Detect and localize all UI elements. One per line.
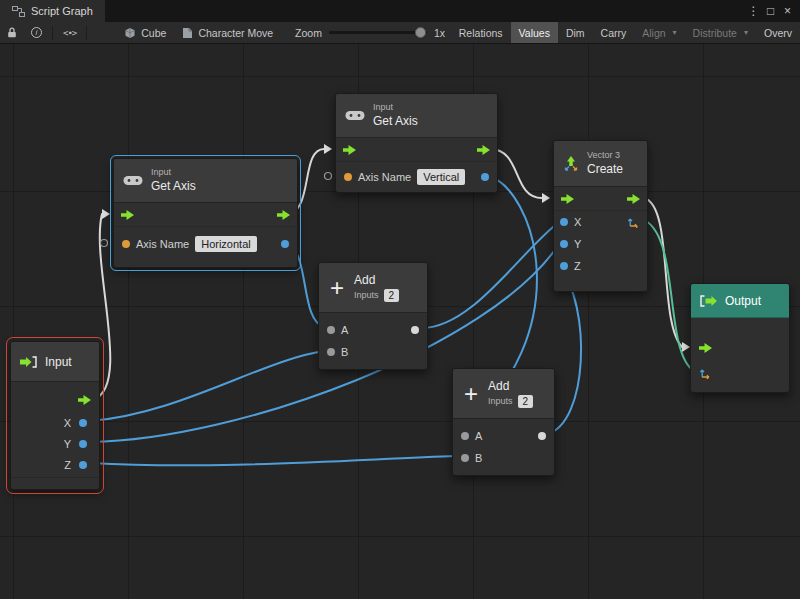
add-icon: + bbox=[328, 276, 346, 300]
zoom-control: Zoom 1x bbox=[295, 27, 445, 39]
node-header[interactable]: Input Get Axis bbox=[114, 159, 297, 203]
value-in-port-y[interactable] bbox=[560, 240, 568, 248]
port-label: B bbox=[475, 452, 482, 464]
inputs-count-field[interactable]: 2 bbox=[384, 289, 400, 303]
chevron-down-icon: ▾ bbox=[744, 28, 748, 37]
carry-button[interactable]: Carry bbox=[593, 22, 635, 44]
node-add-bottom[interactable]: + Add Inputs 2 A B bbox=[452, 368, 555, 476]
node-footer bbox=[453, 469, 554, 475]
node-get-axis-horizontal[interactable]: Input Get Axis Axis Name Horizontal bbox=[113, 158, 298, 268]
zoom-handle[interactable] bbox=[415, 27, 426, 38]
flow-out-port[interactable] bbox=[477, 145, 490, 155]
node-title: Add bbox=[488, 379, 533, 394]
node-header[interactable]: + Add Inputs 2 bbox=[453, 369, 554, 419]
cube-icon bbox=[124, 27, 136, 39]
flow-in-port[interactable] bbox=[121, 210, 134, 220]
port-label: Z bbox=[64, 459, 71, 471]
values-button[interactable]: Values bbox=[511, 22, 558, 44]
axis-name-field[interactable]: Vertical bbox=[417, 169, 465, 186]
script-graph-window: Script Graph ⋮ □ × i <∙> Cube bbox=[0, 0, 800, 599]
graph-asset-button[interactable]: Character Move bbox=[174, 22, 281, 44]
flow-out-port[interactable] bbox=[627, 194, 640, 204]
close-icon[interactable]: × bbox=[779, 2, 796, 20]
align-dropdown[interactable]: Align ▾ bbox=[634, 22, 684, 44]
value-out-port[interactable] bbox=[538, 432, 546, 440]
vector3-in-port[interactable] bbox=[699, 367, 711, 379]
distribute-dropdown[interactable]: Distribute ▾ bbox=[685, 22, 756, 44]
port-label: Z bbox=[574, 260, 581, 272]
value-in-port-x[interactable] bbox=[560, 218, 568, 226]
vector3-out-port[interactable] bbox=[627, 216, 639, 228]
node-header[interactable]: Input Get Axis bbox=[336, 94, 497, 138]
node-header[interactable]: Input bbox=[11, 342, 99, 382]
node-header[interactable]: Vector 3 Create bbox=[554, 141, 647, 187]
port-label: Y bbox=[574, 238, 581, 250]
port-label: A bbox=[341, 324, 348, 336]
node-title: Create bbox=[587, 162, 623, 177]
port-label: Y bbox=[64, 438, 71, 450]
zoom-label: Zoom bbox=[295, 27, 322, 39]
port-label: B bbox=[341, 346, 348, 358]
value-out-port-y[interactable] bbox=[79, 440, 87, 448]
value-out-port-z[interactable] bbox=[79, 461, 87, 469]
gamepad-icon bbox=[123, 174, 143, 187]
node-footer bbox=[691, 386, 789, 392]
value-out-port[interactable] bbox=[481, 173, 489, 181]
node-title: Output bbox=[725, 294, 761, 308]
chevron-down-icon: ▾ bbox=[673, 28, 677, 37]
zoom-slider[interactable] bbox=[329, 31, 427, 34]
value-in-port-b[interactable] bbox=[461, 454, 469, 462]
node-category: Input bbox=[151, 167, 196, 178]
string-in-port[interactable] bbox=[122, 240, 130, 248]
info-icon[interactable]: i bbox=[24, 22, 49, 44]
lock-icon[interactable] bbox=[0, 22, 24, 44]
node-title: Input bbox=[45, 355, 72, 369]
vector3-icon bbox=[563, 156, 579, 172]
node-footer bbox=[554, 277, 647, 291]
string-in-port[interactable] bbox=[344, 173, 352, 181]
code-icon[interactable]: <∙> bbox=[56, 22, 83, 44]
flow-out-port[interactable] bbox=[78, 395, 91, 405]
node-get-axis-vertical[interactable]: Input Get Axis Axis Name Vertical bbox=[335, 93, 498, 193]
value-in-port-a[interactable] bbox=[327, 326, 335, 334]
flow-out-port[interactable] bbox=[277, 210, 290, 220]
flow-in-port[interactable] bbox=[561, 194, 574, 204]
port-label: Axis Name bbox=[136, 238, 189, 250]
flow-in-port[interactable] bbox=[699, 343, 712, 353]
node-input[interactable]: Input X Y Z bbox=[10, 341, 100, 490]
inputs-count-field[interactable]: 2 bbox=[518, 395, 534, 409]
inputs-label: Inputs bbox=[354, 290, 379, 301]
input-icon bbox=[20, 356, 37, 368]
node-output[interactable]: Output bbox=[690, 283, 790, 393]
value-out-port-x[interactable] bbox=[79, 419, 87, 427]
spacer bbox=[691, 318, 789, 336]
gamepad-icon bbox=[345, 109, 365, 122]
overview-button[interactable]: Overv bbox=[756, 22, 800, 44]
tab-script-graph[interactable]: Script Graph bbox=[0, 0, 105, 22]
window-controls: ⋮ □ × bbox=[745, 0, 800, 22]
node-footer bbox=[319, 363, 427, 369]
node-vector3-create[interactable]: Vector 3 Create X Y Z bbox=[553, 140, 648, 292]
value-out-port[interactable] bbox=[411, 326, 419, 334]
port-label: Axis Name bbox=[358, 171, 411, 183]
menu-icon[interactable]: ⋮ bbox=[745, 2, 762, 20]
value-in-port-z[interactable] bbox=[560, 262, 568, 270]
value-out-port[interactable] bbox=[281, 240, 289, 248]
flow-in-port[interactable] bbox=[343, 145, 356, 155]
node-header[interactable]: Output bbox=[691, 284, 789, 318]
node-footer bbox=[114, 261, 297, 267]
add-icon: + bbox=[462, 382, 480, 406]
maximize-icon[interactable]: □ bbox=[762, 2, 779, 20]
node-add-mid[interactable]: + Add Inputs 2 A B bbox=[318, 262, 428, 370]
value-in-port-b[interactable] bbox=[327, 348, 335, 356]
graph-toolbar: i <∙> Cube Character Move Zoom 1x bbox=[0, 22, 800, 44]
node-category: Input bbox=[373, 102, 418, 113]
node-header[interactable]: + Add Inputs 2 bbox=[319, 263, 427, 313]
axis-name-field[interactable]: Horizontal bbox=[195, 236, 257, 253]
value-in-port-a[interactable] bbox=[461, 432, 469, 440]
dim-button[interactable]: Dim bbox=[558, 22, 593, 44]
relations-button[interactable]: Relations bbox=[451, 22, 511, 44]
target-object-button[interactable]: Cube bbox=[116, 22, 174, 44]
graph-asset-label: Character Move bbox=[198, 27, 273, 39]
toolbar-separator bbox=[86, 26, 87, 40]
